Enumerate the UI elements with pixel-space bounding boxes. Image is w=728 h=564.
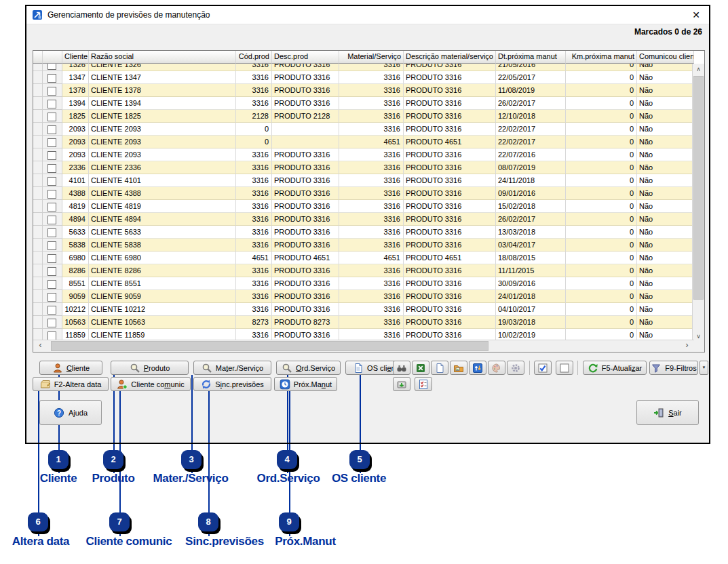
column-header-blank[interactable] [43, 51, 62, 64]
search-binoculars-button[interactable] [393, 361, 410, 375]
column-header-dt-pr-xima-manut[interactable]: Dt.próxima manut [496, 51, 566, 64]
f5-atualizar-button[interactable]: F5-Atualizar [583, 361, 647, 375]
vertical-scroll-thumb[interactable] [693, 76, 704, 300]
cell-checkbox[interactable] [43, 110, 62, 123]
cell-checkbox[interactable] [43, 161, 62, 174]
callout-line [208, 391, 210, 443]
cell-checkbox[interactable] [43, 187, 62, 200]
cliente-button[interactable]: Cliente [39, 361, 102, 375]
cell-checkbox[interactable] [43, 264, 62, 277]
row-checkbox[interactable] [47, 241, 56, 250]
row-checkbox[interactable] [47, 216, 56, 224]
f2-altera-data-button[interactable]: F2-Altera data [33, 377, 109, 391]
row-checkbox[interactable] [47, 190, 56, 199]
vertical-scrollbar[interactable]: ∧∨ [692, 64, 704, 342]
row-checkbox[interactable] [47, 151, 56, 160]
marked-count: Marcados 0 de 26 [634, 27, 702, 37]
cell-checkbox[interactable] [43, 251, 62, 264]
column-header-raz-o-social[interactable]: Razão social [89, 51, 236, 64]
row-checkbox[interactable] [47, 64, 56, 70]
uncheck-all-button[interactable] [556, 361, 573, 375]
export-excel-button[interactable] [412, 361, 429, 375]
check-off-icon [559, 363, 570, 374]
dialog-window: Gerenciamento de previsões de manutenção… [25, 5, 710, 444]
ajuda-button[interactable]: ?Ajuda [39, 400, 102, 425]
row-checkbox[interactable] [47, 306, 56, 315]
row-checkbox[interactable] [47, 177, 56, 186]
cell-checkbox[interactable] [43, 123, 62, 136]
row-checkbox[interactable] [47, 113, 56, 121]
column-header-km-pr-xima-manut[interactable]: Km.próxima manut [566, 51, 637, 64]
cell-razao-social: CLIENTE 5633 [89, 226, 236, 239]
close-icon[interactable]: ✕ [690, 9, 702, 21]
row-checkbox[interactable] [47, 125, 56, 134]
row-checkbox[interactable] [47, 138, 56, 147]
column-header-blank[interactable] [33, 51, 43, 64]
cell-checkbox[interactable] [43, 213, 62, 226]
column-header-descri-o-material-servi-o[interactable]: Descrição material/serviço [404, 51, 496, 64]
cell-comunicou-cliente: Não [637, 174, 694, 187]
produto-button[interactable]: Produto [111, 361, 189, 375]
filters-dropdown-arrow[interactable]: ▼ [700, 361, 708, 375]
horizontal-scroll-thumb[interactable] [51, 341, 488, 351]
cell-descricao-material: PRODUTO 3316 [404, 239, 496, 251]
row-checkbox[interactable] [47, 203, 56, 212]
scroll-up-icon[interactable]: ∧ [693, 64, 704, 75]
export-save-button[interactable] [393, 377, 410, 391]
mater-servico-button[interactable]: Mater./Serviço [193, 361, 271, 375]
image-folder-button[interactable] [450, 361, 467, 375]
sair-button[interactable]: Sair [636, 400, 699, 425]
column-header-desc-prod[interactable]: Desc.prod [272, 51, 339, 64]
column-header-comunicou-client[interactable]: Comunicou client [637, 51, 694, 64]
column-header-cliente[interactable]: Cliente [62, 51, 89, 64]
cliente-comunic-button[interactable]: Cliente comunic [111, 377, 191, 391]
cell-checkbox[interactable] [43, 148, 62, 161]
callout-badge-7: 7 [109, 512, 130, 531]
cell-checkbox[interactable] [43, 239, 62, 251]
scroll-right-icon[interactable]: › [681, 340, 693, 352]
cell-checkbox[interactable] [43, 71, 62, 84]
horizontal-scrollbar[interactable]: ‹› [33, 340, 694, 352]
new-document-button[interactable] [431, 361, 448, 375]
row-checkbox[interactable] [47, 280, 56, 289]
cell-material-servico: 3316 [339, 226, 404, 239]
ord-servico-button[interactable]: Ord.Serviço [276, 361, 341, 375]
settings-button[interactable] [507, 361, 524, 375]
cell-checkbox[interactable] [43, 277, 62, 290]
cell-checkbox[interactable] [43, 226, 62, 239]
row-checkbox[interactable] [47, 100, 56, 108]
row-checkbox[interactable] [47, 87, 56, 96]
row-checkbox[interactable] [47, 164, 56, 173]
f9-filtros-button[interactable]: F9-Filtros [649, 361, 698, 375]
row-checkbox[interactable] [47, 254, 56, 263]
cell-checkbox[interactable] [43, 64, 62, 71]
sort-button[interactable] [469, 361, 486, 375]
cell-checkbox[interactable] [43, 84, 62, 97]
cell-checkbox[interactable] [43, 316, 62, 329]
row-checkbox[interactable] [47, 74, 56, 83]
cell-comunicou-cliente: Não [637, 123, 694, 136]
palette-button[interactable] [488, 361, 505, 375]
column-header-material-servi-o[interactable]: Material/Serviço [339, 51, 404, 64]
cell-checkbox[interactable] [43, 97, 62, 110]
check-all-button[interactable] [534, 361, 552, 375]
prox-manut-button[interactable]: Próx.Manut [274, 377, 337, 391]
person-icon [52, 363, 63, 374]
cell-checkbox[interactable] [43, 136, 62, 148]
cell-indicator [33, 161, 43, 174]
cell-descricao-material: PRODUTO 4651 [404, 251, 496, 264]
cell-desc-prod: PRODUTO 3316 [272, 84, 339, 97]
row-checkbox[interactable] [47, 293, 56, 302]
row-checkbox[interactable] [47, 267, 56, 276]
checklist-button[interactable] [415, 377, 432, 391]
row-checkbox[interactable] [47, 319, 56, 327]
cell-checkbox[interactable] [43, 200, 62, 213]
cell-checkbox[interactable] [43, 174, 62, 187]
sinc-previsoes-button[interactable]: Sinc.previsões [193, 377, 271, 391]
cell-checkbox[interactable] [43, 303, 62, 316]
row-checkbox[interactable] [47, 228, 56, 237]
cell-checkbox[interactable] [43, 290, 62, 303]
cell-km-proxima-manut: 0 [566, 123, 637, 136]
column-header-c-d-prod[interactable]: Cód.prod [236, 51, 272, 64]
scroll-left-icon[interactable]: ‹ [35, 340, 46, 352]
